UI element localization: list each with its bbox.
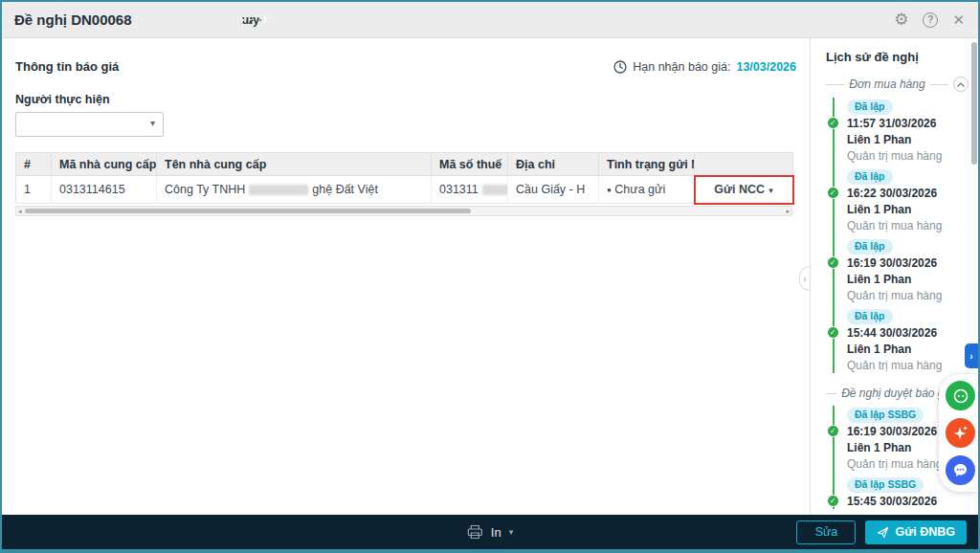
entry-role: Quản trị mua hàng bbox=[847, 358, 969, 373]
expand-side-tab[interactable]: › bbox=[965, 343, 978, 368]
quote-deadline: Hạn nhận báo giá: 13/03/2026 bbox=[613, 60, 796, 74]
history-section-divider: Đơn mua hàng bbox=[826, 77, 969, 92]
collapse-history-panel-handle[interactable]: › bbox=[799, 266, 810, 291]
send-dnbg-button[interactable]: Gửi ĐNBG bbox=[865, 520, 967, 544]
print-label: In bbox=[491, 525, 501, 540]
table-header-row: # Mã nhà cung cấp Tên nhà cung cấp Mã số… bbox=[16, 153, 793, 176]
divider-label: Đơn mua hàng bbox=[849, 77, 924, 91]
check-circle-icon: ✓ bbox=[827, 495, 839, 507]
chevron-right-icon: › bbox=[969, 351, 972, 362]
chevron-right-icon: › bbox=[803, 274, 806, 284]
scrollbar-thumb[interactable] bbox=[25, 209, 471, 213]
deadline-label: Hạn nhận báo giá: bbox=[633, 60, 730, 74]
help-icon[interactable]: ? bbox=[923, 12, 938, 28]
chat-bubble-icon bbox=[951, 461, 969, 479]
deadline-value: 13/03/2026 bbox=[736, 60, 796, 74]
col-supplier-name: Tên nhà cung cấp bbox=[157, 153, 432, 176]
footer-buttons: Sửa Gửi ĐNBG bbox=[796, 520, 978, 544]
floating-action-strip bbox=[939, 374, 978, 492]
col-address: Địa chỉ bbox=[508, 153, 599, 176]
executor-label: Người thực hiện bbox=[15, 93, 796, 106]
cell-supplier-code: 0313114615 bbox=[52, 176, 157, 204]
status-badge: Đã lập SSBG bbox=[847, 408, 924, 423]
ai-sparkle-icon bbox=[952, 425, 969, 442]
timeline-line bbox=[833, 406, 835, 509]
entry-name: Liên 1 Phan bbox=[847, 342, 969, 357]
support-chat-icon bbox=[952, 387, 969, 405]
status-badge: Đã lập bbox=[847, 169, 893, 185]
check-circle-icon: ✓ bbox=[827, 187, 839, 199]
supplier-table: # Mã nhà cung cấp Tên nhà cung cấp Mã số… bbox=[15, 152, 793, 204]
col-supplier-code: Mã nhà cung cấp bbox=[52, 153, 157, 176]
body: Thông tin báo giá Hạn nhận báo giá: 13/0… bbox=[2, 38, 978, 515]
quotation-request-window: Đề nghị DN00068 Đề nghị mua hàng Đề nghị… bbox=[0, 0, 980, 553]
printer-icon bbox=[467, 524, 483, 540]
chevron-down-icon: ▾ bbox=[150, 118, 155, 128]
sidebar-scrollbar-thumb[interactable] bbox=[971, 42, 977, 165]
print-button[interactable]: In ▾ bbox=[467, 524, 513, 540]
main-panel: Thông tin báo giá Hạn nhận báo giá: 13/0… bbox=[2, 38, 810, 515]
cell-tax-code: 031311 bbox=[432, 176, 508, 204]
history-entry: Đã lập ✓ 15:44 30/03/2026 Liên 1 Phan Qu… bbox=[847, 309, 969, 373]
entry-time: 15:45 30/03/2026 bbox=[847, 494, 969, 509]
page-title: Đề nghị DN00068 bbox=[2, 11, 132, 28]
chevron-down-icon: ▾ bbox=[768, 186, 773, 195]
col-tax-code: Mã số thuế bbox=[432, 153, 508, 176]
step-label: Đơn mua hàng bbox=[188, 13, 301, 27]
messenger-button[interactable] bbox=[946, 455, 975, 485]
collapse-section-button[interactable] bbox=[953, 77, 969, 92]
check-circle-icon: ✓ bbox=[827, 326, 839, 339]
check-circle-icon: ✓ bbox=[827, 117, 839, 129]
entry-role: Quản trị mua hàng bbox=[847, 218, 969, 233]
status-bullet-icon: ● bbox=[607, 186, 612, 194]
clock-icon bbox=[613, 60, 627, 74]
close-icon[interactable]: ✕ bbox=[952, 11, 965, 29]
entry-name: Liên 1 Phan bbox=[847, 132, 969, 147]
history-entry: Đã lập ✓ 11:57 31/03/2026 Liên 1 Phan Qu… bbox=[847, 100, 969, 164]
edit-button[interactable]: Sửa bbox=[796, 520, 856, 544]
send-icon bbox=[877, 526, 889, 539]
history-entry: Đã lập ✓ 16:22 30/03/2026 Liên 1 Phan Qu… bbox=[847, 169, 969, 233]
footer-bar: In ▾ Sửa Gửi ĐNBG bbox=[2, 515, 978, 549]
col-send-status: Tình trạng gửi NCC bbox=[599, 153, 695, 176]
ai-assistant-button[interactable] bbox=[946, 418, 975, 448]
entry-role: Quản trị mua hàng bbox=[847, 288, 969, 303]
entry-time: 16:19 30/03/2026 bbox=[847, 255, 969, 271]
history-timeline: Đã lập ✓ 11:57 31/03/2026 Liên 1 Phan Qu… bbox=[826, 100, 969, 373]
window-controls: ⚙ ? ✕ bbox=[894, 11, 978, 29]
horizontal-scrollbar[interactable]: ◂ ▸ bbox=[15, 206, 792, 216]
entry-time: 16:22 30/03/2026 bbox=[847, 186, 969, 201]
section-title: Thông tin báo giá bbox=[15, 59, 119, 74]
history-entry: Đã lập ✓ 16:19 30/03/2026 Liên 1 Phan Qu… bbox=[847, 239, 969, 303]
col-action bbox=[695, 153, 793, 176]
status-badge: Đã lập bbox=[847, 100, 893, 115]
send-label: Gửi ĐNBG bbox=[895, 525, 955, 539]
top-bar: Đề nghị DN00068 Đề nghị mua hàng Đề nghị… bbox=[2, 2, 978, 38]
redacted-text bbox=[482, 185, 508, 195]
chevron-up-icon bbox=[957, 82, 965, 87]
check-circle-icon: ✓ bbox=[827, 425, 839, 437]
support-chat-button[interactable] bbox=[946, 381, 975, 410]
entry-name: Liên 1 Phan bbox=[847, 202, 969, 217]
redacted-text bbox=[249, 185, 308, 195]
chevron-down-icon[interactable]: ▾ bbox=[509, 527, 514, 537]
cell-index: 1 bbox=[16, 176, 52, 204]
send-ncc-button[interactable]: Gửi NCC▾ bbox=[695, 176, 793, 204]
executor-select[interactable]: ▾ bbox=[15, 112, 164, 137]
cell-address: Cầu Giấy - H bbox=[508, 176, 599, 204]
status-badge: Đã lập bbox=[847, 309, 893, 324]
scroll-right-icon[interactable]: ▸ bbox=[786, 207, 790, 215]
entry-time: 15:44 30/03/2026 bbox=[847, 325, 969, 341]
table-row: 1 0313114615 Công Ty TNHHghệ Đất Việt 03… bbox=[16, 176, 793, 204]
col-index: # bbox=[16, 153, 52, 176]
check-circle-icon: ✓ bbox=[827, 256, 839, 269]
history-title: Lịch sử đề nghị bbox=[826, 50, 969, 64]
settings-gear-icon[interactable]: ⚙ bbox=[894, 11, 908, 28]
entry-name: Liên 1 Phan bbox=[847, 272, 969, 287]
cell-supplier-name: Công Ty TNHHghệ Đất Việt bbox=[157, 176, 432, 204]
entry-role: Quản trị mua hàng bbox=[847, 148, 969, 164]
status-badge: Đã lập SSBG bbox=[847, 477, 924, 493]
scroll-left-icon[interactable]: ◂ bbox=[18, 207, 22, 215]
status-badge: Đã lập bbox=[847, 239, 893, 254]
entry-time: 11:57 31/03/2026 bbox=[847, 116, 969, 131]
